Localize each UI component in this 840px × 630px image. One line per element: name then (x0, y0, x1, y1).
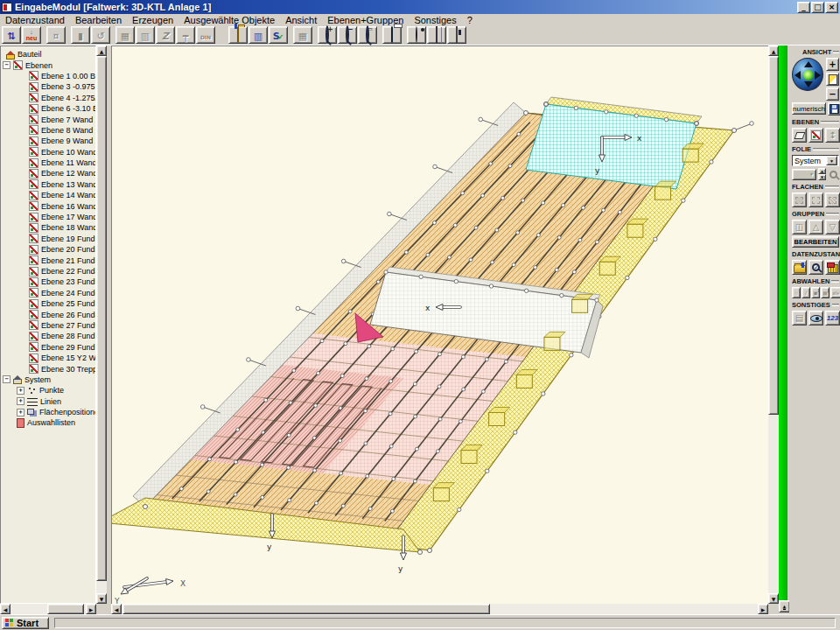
menu-item-ausgew-hlte-objekte[interactable]: Ausgewählte Objekte (178, 15, 280, 25)
zoom-window-button[interactable]: ▭ (358, 26, 377, 44)
spinner-up[interactable]: ▲ (818, 168, 826, 174)
tree-item-ebene-21[interactable]: Ebene 24 Fund6 (1, 288, 95, 298)
dropdown-arrow-icon[interactable]: ▼ (826, 156, 837, 165)
tree-item-ebene-7[interactable]: Ebene 9 Wand X3 (1, 136, 95, 146)
tree-item-ebene-13[interactable]: Ebene 16 Wand Y3 (1, 200, 95, 211)
tree-item-ebenen[interactable]: −Ebenen (1, 60, 95, 70)
print-button[interactable] (382, 26, 402, 44)
minimize-button[interactable]: _ (797, 2, 810, 13)
tree-item-ebene-2[interactable]: Ebene 3 -0.975 Bop (1, 81, 95, 92)
tree-item-auswahllisten[interactable]: Auswahllisten (1, 417, 95, 428)
tree-item-ebene-6[interactable]: Ebene 8 Wand X2 (1, 125, 95, 136)
datenzustand-project-button[interactable] (825, 260, 840, 275)
tree-item-ebene-22[interactable]: Ebene 25 Fund7 (1, 298, 95, 309)
tree-item-ebene-24[interactable]: Ebene 27 Fund9 (1, 320, 95, 331)
tree-item-ebene-8[interactable]: Ebene 10 Wand X4 (1, 147, 95, 158)
manual-button[interactable] (427, 26, 446, 44)
view-hscroll-thumb[interactable] (122, 604, 490, 614)
neu-button[interactable]: ↓neu (22, 26, 41, 44)
view-scroll-down[interactable]: ▼ (768, 593, 779, 604)
spinner-down[interactable]: ▼ (818, 174, 826, 180)
tree-item-ebene-11[interactable]: Ebene 13 Wand X7 (1, 179, 95, 190)
ebene-edit-button[interactable] (808, 128, 823, 143)
tree-hscroll-thumb[interactable] (47, 604, 84, 614)
tree-item-ebene-3[interactable]: Ebene 4 -1.275/-1.4 (1, 93, 95, 103)
view-scroll-up[interactable]: ▲ (768, 46, 779, 56)
tree-item-ebene-16[interactable]: Ebene 19 Fund1 (1, 234, 95, 244)
rotate-center-icon[interactable] (803, 70, 814, 80)
tree-item-ebene-1[interactable]: Ebene 1 0.00 Bopl. (1, 71, 95, 81)
3d-viewport[interactable]: x y x y y X Y (111, 46, 768, 604)
view-vscroll-thumb[interactable] (768, 56, 779, 415)
view-hscrollbar[interactable]: ◀ ▶ (111, 604, 768, 614)
check-button[interactable]: S✓ (269, 26, 288, 44)
exit-button[interactable] (447, 26, 466, 44)
tree-item-ebene-26[interactable]: Ebene 29 Fund11 (1, 342, 95, 353)
refresh-button[interactable]: ⇅ (2, 26, 21, 44)
expand-toggle-icon[interactable]: + (17, 397, 24, 405)
menu-item-ansicht[interactable]: Ansicht (280, 15, 322, 25)
start-button[interactable]: Start (2, 617, 49, 629)
ebene-plane-button[interactable] (792, 128, 807, 143)
tree-item-ebene-15[interactable]: Ebene 18 Wand Y5 (1, 222, 95, 233)
tree-scroll-left[interactable]: ◀ (0, 604, 10, 614)
menu-item-sonstiges[interactable]: Sonstiges (409, 15, 461, 25)
tree-item-ebene-19[interactable]: Ebene 22 Fund4 (1, 266, 95, 276)
tree-item-system[interactable]: −System (1, 374, 95, 385)
zoom-plus-button[interactable]: + (826, 58, 839, 71)
close-button[interactable]: × (825, 2, 838, 13)
zoom-out-button[interactable]: − (338, 26, 357, 44)
folie-select[interactable]: System ▼ (792, 155, 839, 166)
tree-item-fl-chenpositionen[interactable]: +Flächenpositionen (1, 407, 95, 417)
tree-item-ebene-5[interactable]: Ebene 7 Wand X1 (1, 114, 95, 124)
datenzustand-check-button[interactable]: ✓ (808, 260, 823, 275)
tree-scroll-up[interactable]: ▲ (96, 46, 107, 56)
tree-item-ebene-20[interactable]: Ebene 23 Fund5 (1, 276, 95, 287)
tree-item-ebene-17[interactable]: Ebene 20 Fund2 (1, 244, 95, 255)
taskbar-tray[interactable] (54, 618, 836, 628)
menu-item-bearbeiten[interactable]: Bearbeiten (70, 15, 127, 25)
ebene-move-button[interactable]: ↕ (825, 128, 840, 143)
tree-item-ebene-23[interactable]: Ebene 26 Fund8 (1, 309, 95, 319)
tree-item-ebene-9[interactable]: Ebene 11 Wand X5 (1, 158, 95, 168)
menu-item--[interactable]: ? (462, 15, 478, 25)
tree-scroll-right[interactable]: ▶ (86, 604, 96, 614)
expand-toggle-icon[interactable]: + (17, 409, 24, 416)
maximize-button[interactable]: □ (811, 2, 824, 13)
view-scroll-left[interactable]: ◀ (111, 604, 122, 614)
view-scroll-right[interactable]: ▶ (758, 604, 768, 614)
tree-item-bauteil[interactable]: Bauteil (1, 49, 95, 60)
zoom-in-button[interactable]: + (318, 26, 337, 44)
tree-item-ebene-27[interactable]: Ebene 15 Y2 Wand T (1, 353, 95, 363)
numerisch-button[interactable]: numerisch (792, 102, 826, 115)
expand-toggle-icon[interactable]: − (3, 61, 10, 69)
zoom-minus-button[interactable]: − (826, 88, 839, 101)
view-vscrollbar[interactable]: ▲ ▼ (768, 46, 779, 604)
tree-item-ebene-4[interactable]: Ebene 6 -3.10 Bopl. (1, 103, 95, 114)
tree-item-ebene-12[interactable]: Ebene 14 Wand Y1 (1, 190, 95, 200)
rotate-up-icon[interactable] (804, 61, 813, 67)
rotate-down-icon[interactable] (804, 81, 813, 88)
tree-hscrollbar[interactable]: ◀ ▶ (0, 604, 96, 614)
menu-item-erzeugen[interactable]: Erzeugen (127, 15, 178, 25)
numbering-button[interactable]: 123 (825, 311, 840, 326)
expand-toggle-icon[interactable]: + (17, 387, 24, 395)
tree-item-linien[interactable]: +Linien (1, 396, 95, 407)
tree-item-ebene-28[interactable]: Ebene 30 Treppenl (1, 363, 95, 374)
view-rotate-ball[interactable] (792, 58, 823, 91)
tree-item-punkte[interactable]: +Punkte (1, 385, 95, 396)
rotate-right-icon[interactable] (815, 71, 821, 80)
tree-item-ebene-25[interactable]: Ebene 28 Fund10 (1, 331, 95, 341)
tree-vscrollbar[interactable]: ▲ ▼ (96, 46, 107, 604)
tree-scroll-down[interactable]: ▼ (96, 593, 107, 604)
tree-item-ebene-10[interactable]: Ebene 12 Wand X6 (1, 168, 95, 178)
tree-item-ebene-14[interactable]: Ebene 17 Wand Y4 (1, 212, 95, 222)
datenzustand-load-button[interactable] (792, 260, 807, 275)
menu-item-datenzustand[interactable]: Datenzustand (0, 15, 70, 25)
bearbeiten-button[interactable]: BEARBEITEN (792, 236, 839, 248)
view-options-button[interactable] (407, 26, 426, 44)
tree-vscroll-thumb[interactable] (96, 56, 107, 581)
save-view-button[interactable] (828, 102, 840, 116)
visibility-button[interactable] (808, 311, 823, 326)
view-split-button[interactable] (826, 73, 839, 86)
